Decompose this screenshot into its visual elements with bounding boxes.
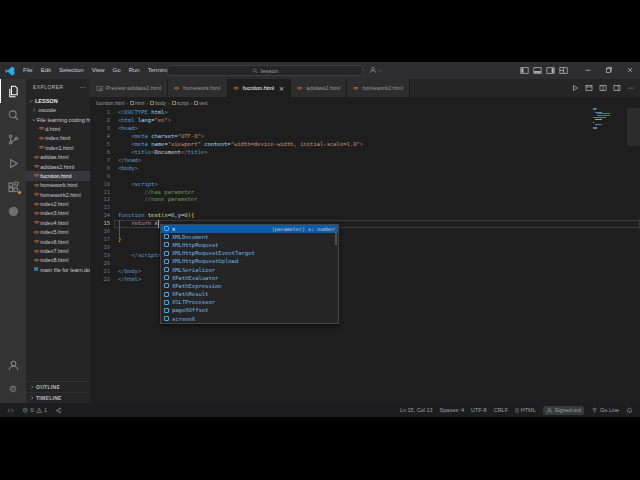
section-timeline[interactable]: TIMELINE: [26, 392, 90, 403]
file-index3.html[interactable]: <>index3.html: [26, 209, 90, 218]
file-adidass2.html[interactable]: <>adidass2.html: [26, 162, 90, 171]
tab-adidass2.html[interactable]: <>adidass2.html: [291, 79, 347, 97]
menu-go[interactable]: Go: [109, 62, 125, 79]
section-outline[interactable]: OUTLINE: [26, 381, 90, 392]
breadcrumb-item-fucntion.html[interactable]: fucntion.html: [96, 100, 124, 106]
suggest-item-XMLHttpRequest[interactable]: XMLHttpRequest: [161, 241, 338, 249]
file-homework.html[interactable]: <>homework.html: [26, 181, 90, 190]
symbol-icon: [164, 300, 169, 305]
close-icon[interactable]: ✕: [279, 85, 284, 92]
suggest-item-XPathResult[interactable]: XPathResult: [161, 290, 338, 298]
status-html[interactable]: {}HTML: [515, 407, 536, 413]
menu-selection[interactable]: Selection: [55, 62, 88, 79]
share-indicator[interactable]: [55, 407, 62, 414]
suggest-item-pageXOffset[interactable]: pageXOffset: [161, 306, 338, 314]
file-index5.html[interactable]: <>index5.html: [26, 228, 90, 237]
breadcrumb-item-body[interactable]: body: [150, 100, 166, 106]
suggest-item-XSLTProcessor[interactable]: XSLTProcessor: [161, 298, 338, 306]
profile-icon[interactable]: [369, 66, 377, 74]
open-preview-icon[interactable]: [585, 84, 593, 92]
command-center-search[interactable]: lesson: [167, 65, 363, 76]
symbol-icon: [164, 242, 169, 247]
activity-source-control[interactable]: [0, 127, 26, 151]
activity-settings[interactable]: ⚙: [0, 377, 26, 401]
file-fucntion.html[interactable]: <>fucntion.html: [26, 171, 90, 180]
remote-indicator[interactable]: [7, 407, 14, 414]
status-utf-8[interactable]: UTF-8: [471, 407, 487, 413]
suggest-item-XMLHttpRequestUpload[interactable]: XMLHttpRequestUpload: [161, 257, 338, 265]
layout-sidebar-left-icon[interactable]: [520, 66, 529, 75]
activity-explorer[interactable]: [0, 79, 26, 103]
menu-edit[interactable]: Edit: [37, 62, 55, 79]
tab-homework.html[interactable]: <>homework.html: [168, 79, 228, 97]
file-index.html[interactable]: <>index.html: [26, 134, 90, 143]
activity-search[interactable]: [0, 103, 26, 127]
minimize-icon[interactable]: [584, 66, 592, 74]
suggest-item-XPathEvaluator[interactable]: XPathEvaluator: [161, 274, 338, 282]
tab-homework2.html[interactable]: <>homework2.html: [347, 79, 410, 97]
suggest-item-XPathExpression[interactable]: XPathExpression: [161, 282, 338, 290]
layout-dropdown[interactable]: [369, 66, 383, 74]
more-actions-icon[interactable]: [627, 84, 635, 92]
file-index2.html[interactable]: <>index2.html: [26, 199, 90, 208]
breadcrumb-item-script[interactable]: script: [172, 100, 189, 106]
tab-Preview-adidass2.html[interactable]: Preview adidass2.html: [90, 79, 168, 97]
close-icon[interactable]: [626, 66, 634, 74]
activity-python[interactable]: [0, 199, 26, 223]
file-.vscode[interactable]: .vscode: [26, 106, 90, 115]
editor-scrollbar[interactable]: [627, 108, 640, 146]
workspace-root-lesson[interactable]: LESSON: [26, 96, 90, 106]
views-more-icon[interactable]: ⋯: [80, 85, 86, 89]
layout-sidebar-right-icon[interactable]: [546, 66, 555, 75]
problems-indicator[interactable]: 01: [22, 407, 47, 414]
file-index8.html[interactable]: <>index8.html: [26, 256, 90, 265]
symbol-icon: [164, 259, 169, 264]
status-bell[interactable]: [626, 407, 633, 414]
minimap[interactable]: [593, 108, 627, 130]
symbol-icon: [164, 308, 169, 313]
chevron-right-icon: [29, 395, 35, 401]
split-editor-icon[interactable]: [599, 84, 607, 92]
activity-extensions[interactable]: [0, 175, 26, 199]
suggest-item-XMLHttpRequestEventTarget[interactable]: XMLHttpRequestEventTarget: [161, 249, 338, 257]
menu-run[interactable]: Run: [125, 62, 144, 79]
breadcrumb-item-text[interactable]: text: [194, 100, 207, 106]
restore-icon[interactable]: [605, 66, 613, 74]
code-line-10: 10 <script>: [90, 181, 640, 189]
file-index1.html[interactable]: <>index1.html: [26, 143, 90, 152]
menu-view[interactable]: View: [88, 62, 109, 79]
file-adidas.html[interactable]: <>adidas.html: [26, 152, 90, 161]
activity-run-debug[interactable]: [0, 151, 26, 175]
file-homework2.html[interactable]: <>homework2.html: [26, 190, 90, 199]
code-editor[interactable]: 1<!DOCTYPE html>2<html lang="en">3<head>…: [90, 108, 640, 403]
layout-panel-icon[interactable]: [533, 66, 542, 75]
extensions-badge: [17, 190, 22, 195]
file-File learning coding html[interactable]: File learning coding html: [26, 115, 90, 124]
file-index4.html[interactable]: <>index4.html: [26, 218, 90, 227]
status-spaces-4[interactable]: Spaces: 4: [440, 407, 464, 413]
suggest-item-screenX[interactable]: screenX: [161, 315, 338, 323]
html-file-icon: <>: [34, 239, 38, 244]
customize-layout-icon[interactable]: [559, 66, 568, 75]
file-index6.html[interactable]: <>index6.html: [26, 237, 90, 246]
code-line-8: 8<body>: [90, 165, 640, 173]
menu-file[interactable]: File: [19, 62, 37, 79]
tab-fucntion.html[interactable]: <>fucntion.html✕: [228, 79, 291, 97]
status-signed-out[interactable]: Signed out: [543, 406, 584, 415]
activity-accounts[interactable]: [0, 353, 26, 377]
status-crlf[interactable]: CRLF: [494, 407, 508, 413]
file-main file for learn.docx[interactable]: Wmain file for learn.docx: [26, 265, 90, 274]
suggest-item-XMLDocument[interactable]: XMLDocument: [161, 233, 338, 241]
status-go-live[interactable]: Go Live: [591, 407, 619, 414]
file-d.html[interactable]: <>d.html: [26, 124, 90, 133]
suggest-item-XMLSerializer[interactable]: XMLSerializer: [161, 265, 338, 273]
toggle-layout-icon[interactable]: [613, 84, 621, 92]
html-file-icon: <>: [39, 136, 43, 141]
breadcrumb-item-html[interactable]: html: [130, 100, 144, 106]
file-index7.html[interactable]: <>index7.html: [26, 246, 90, 255]
explorer-bottom-sections: OUTLINETIMELINE: [26, 381, 90, 403]
suggest-item-x[interactable]: x(parameter) x: number: [161, 225, 338, 233]
suggest-scrollbar[interactable]: [335, 227, 337, 245]
status-ln-15-col-13[interactable]: Ln 15, Col 13: [400, 407, 433, 413]
run-icon[interactable]: [571, 84, 579, 92]
